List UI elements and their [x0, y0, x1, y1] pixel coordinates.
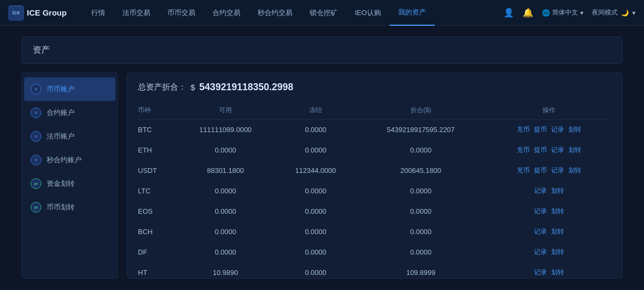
lang-label: 简体中文 [552, 8, 578, 17]
frozen-amount: 0.0000 [276, 201, 355, 222]
table-row: HT10.98900.0000109.8999记录划转 [138, 263, 611, 279]
action-cell: 记录划转 [487, 201, 611, 222]
table-row: BCH0.00000.00000.0000记录划转 [138, 222, 611, 242]
action-cell: 充币提币记录划转 [487, 161, 611, 181]
nav-item-币币交易[interactable]: 币币交易 [159, 0, 204, 26]
moon-icon: 🌙 [621, 9, 629, 17]
action-btn-充币[interactable]: 充币 [517, 146, 530, 155]
coin-name: BTC [138, 120, 175, 140]
col-header-可用: 可用 [175, 102, 276, 120]
coin-name: USDT [138, 161, 175, 181]
sidebar-label: 币币划转 [47, 202, 75, 212]
action-btn-记录[interactable]: 记录 [534, 207, 547, 216]
action-btn-充币[interactable]: 充币 [517, 125, 530, 134]
sidebar-label: 秒合约账户 [47, 155, 82, 165]
frozen-amount: 0.0000 [276, 242, 355, 263]
usd-value: 0.0000 [355, 242, 487, 263]
sidebar-item-币币账户[interactable]: ≡币币账户 [24, 77, 115, 101]
nav-item-秒合约交易[interactable]: 秒合约交易 [249, 0, 301, 26]
frozen-amount: 0.0000 [276, 140, 355, 161]
sidebar-label: 法币账户 [47, 132, 75, 141]
action-cell: 记录划转 [487, 222, 611, 242]
user-icon[interactable]: 👤 [503, 8, 514, 18]
action-cell: 充币提币记录划转 [487, 140, 611, 161]
frozen-amount: 0.0000 [276, 120, 355, 140]
transfer-icon: ⇄ [31, 178, 41, 189]
usd-value: 109.8999 [355, 263, 487, 279]
nav-item-我的资产[interactable]: 我的资产 [390, 0, 435, 26]
action-btn-记录[interactable]: 记录 [551, 146, 564, 155]
action-cell: 记录划转 [487, 242, 611, 263]
sidebar-item-法币账户[interactable]: ≡法币账户 [22, 125, 118, 148]
col-header-币种: 币种 [138, 102, 175, 120]
frozen-amount: 0.0000 [276, 181, 355, 201]
frozen-amount: 0.0000 [276, 263, 355, 279]
bell-icon[interactable]: 🔔 [523, 8, 533, 18]
sidebar-item-币币划转[interactable]: ⇄币币划转 [22, 195, 118, 219]
table-row: LTC0.00000.00000.0000记录划转 [138, 181, 611, 201]
chevron-down-icon: ▾ [632, 9, 635, 17]
header: ice ICE Group 行情法币交易币币交易合约交易秒合约交易锁仓挖矿IEO… [0, 0, 644, 26]
action-btn-记录[interactable]: 记录 [534, 227, 547, 236]
assets-table: 币种可用冻结折合($)操作 BTC111111089.00000.0000543… [138, 102, 611, 279]
action-btn-记录[interactable]: 记录 [551, 125, 564, 134]
available-amount: 0.0000 [175, 181, 276, 201]
action-btn-提币[interactable]: 提币 [534, 125, 547, 134]
action-btn-记录[interactable]: 记录 [534, 186, 547, 195]
action-btn-充币[interactable]: 充币 [517, 166, 530, 175]
action-btn-划转[interactable]: 划转 [551, 248, 564, 257]
action-btn-划转[interactable]: 划转 [551, 227, 564, 236]
language-selector[interactable]: 🌐 简体中文 ▾ [542, 8, 583, 17]
sidebar-item-合约账户[interactable]: ≡合约账户 [22, 101, 118, 125]
currency-symbol: $ [191, 83, 195, 92]
nav-item-行情[interactable]: 行情 [83, 0, 114, 26]
total-label: 总资产折合： [138, 82, 186, 92]
content-area: ≡币币账户≡合约账户≡法币账户≡秒合约账户⇄资金划转⇄币币划转 总资产折合： $… [21, 73, 623, 279]
sidebar: ≡币币账户≡合约账户≡法币账户≡秒合约账户⇄资金划转⇄币币划转 [21, 73, 118, 279]
main-content: 资产 ≡币币账户≡合约账户≡法币账户≡秒合约账户⇄资金划转⇄币币划转 总资产折合… [0, 26, 644, 290]
page-title-bar: 资产 [21, 37, 623, 64]
usd-value: 0.0000 [355, 201, 487, 222]
action-btn-划转[interactable]: 划转 [551, 268, 564, 277]
available-amount: 10.9890 [175, 263, 276, 279]
action-cell: 记录划转 [487, 181, 611, 201]
globe-icon: 🌐 [542, 9, 550, 17]
night-mode-toggle[interactable]: 夜间模式 🌙 ▾ [592, 8, 635, 17]
account-icon: ≡ [31, 155, 41, 165]
action-btn-划转[interactable]: 划转 [568, 146, 581, 155]
usd-value: 200645.1800 [355, 161, 487, 181]
sidebar-item-秒合约账户[interactable]: ≡秒合约账户 [22, 148, 118, 172]
table-header-row: 币种可用冻结折合($)操作 [138, 102, 611, 120]
action-btn-记录[interactable]: 记录 [551, 166, 564, 175]
coin-name: LTC [138, 181, 175, 201]
action-btn-提币[interactable]: 提币 [534, 166, 547, 175]
table-area: 总资产折合： $ 5439219118350.2998 币种可用冻结折合($)操… [127, 73, 623, 279]
available-amount: 88301.1800 [175, 161, 276, 181]
logo-text: ICE Group [27, 8, 67, 17]
action-btn-划转[interactable]: 划转 [568, 125, 581, 134]
action-btn-记录[interactable]: 记录 [534, 248, 547, 257]
sidebar-label: 币币账户 [47, 84, 75, 94]
account-icon: ≡ [31, 107, 41, 118]
total-value: 5439219118350.2998 [199, 82, 293, 93]
nav-item-法币交易[interactable]: 法币交易 [114, 0, 159, 26]
action-btn-记录[interactable]: 记录 [534, 268, 547, 277]
action-btn-提币[interactable]: 提币 [534, 146, 547, 155]
nav-item-IEO认购[interactable]: IEO认购 [346, 0, 389, 26]
table-row: USDT88301.1800112344.0000200645.1800充币提币… [138, 161, 611, 181]
sidebar-label: 资金划转 [47, 179, 75, 189]
coin-name: BCH [138, 222, 175, 242]
page-title: 资产 [33, 45, 50, 54]
action-btn-划转[interactable]: 划转 [568, 166, 581, 175]
action-btn-划转[interactable]: 划转 [551, 186, 564, 195]
usd-value: 0.0000 [355, 140, 487, 161]
logo-icon: ice [9, 5, 24, 20]
nav-item-锁仓挖矿[interactable]: 锁仓挖矿 [301, 0, 346, 26]
usd-value: 5439218917595.2207 [355, 120, 487, 140]
sidebar-label: 合约账户 [47, 108, 75, 118]
action-btn-划转[interactable]: 划转 [551, 207, 564, 216]
table-row: BTC111111089.00000.00005439218917595.220… [138, 120, 611, 140]
account-icon: ≡ [31, 84, 41, 95]
nav-item-合约交易[interactable]: 合约交易 [204, 0, 249, 26]
sidebar-item-资金划转[interactable]: ⇄资金划转 [22, 172, 118, 195]
